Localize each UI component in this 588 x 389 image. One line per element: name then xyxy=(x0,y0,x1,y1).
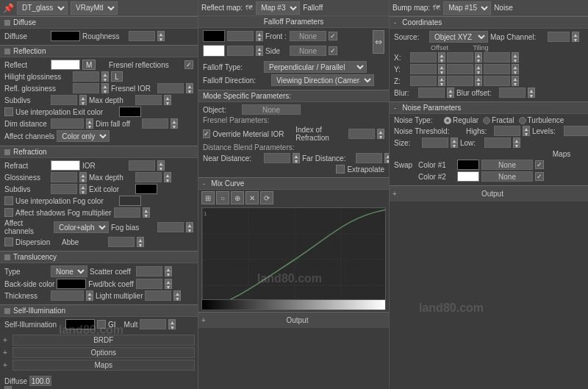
curve-tool-delete[interactable]: ✕ xyxy=(245,191,259,204)
far-dist-input[interactable]: 100.0m xyxy=(356,153,382,163)
fwdbck-input[interactable]: 0.0 xyxy=(136,279,162,289)
subdivs-rf-spin[interactable]: ▲▼ xyxy=(79,184,87,194)
y-offset[interactable]: 0.0 xyxy=(410,64,437,74)
highs-input[interactable]: 1.0 xyxy=(494,126,520,136)
brdf-btn[interactable]: BRDF xyxy=(12,335,196,346)
index-input[interactable]: 1.6 xyxy=(348,129,375,139)
fresnel-ior-input[interactable]: 1.6 xyxy=(157,83,184,93)
radio-fractal-btn[interactable] xyxy=(483,117,490,124)
low-input[interactable]: 1.0 xyxy=(484,138,511,148)
fog-mult-spin[interactable]: ▲▼ xyxy=(143,207,150,218)
curve-tool-2[interactable]: ○ xyxy=(216,191,229,204)
use-interp-rf-checkbox[interactable] xyxy=(4,196,13,205)
maxdepth-r-spin[interactable]: ▲▼ xyxy=(164,95,171,105)
x-offset[interactable]: 0.0 xyxy=(410,52,437,63)
falloff-dir-select[interactable]: Viewing Direction (Camera Z-Axis) xyxy=(271,74,374,86)
abbe-spin[interactable]: ▲▼ xyxy=(137,237,144,247)
color2-map-btn[interactable]: None xyxy=(481,171,533,182)
mult-spin[interactable]: ▲▼ xyxy=(168,319,176,329)
hilight-l-btn[interactable]: L xyxy=(111,71,123,82)
color1-check[interactable] xyxy=(535,160,544,169)
curve-tool-1[interactable]: ⊞ xyxy=(201,191,215,204)
x-tiling[interactable]: 1.0 xyxy=(447,52,473,63)
refl-gloss-spin[interactable]: ▲▼ xyxy=(101,83,109,93)
hilight-spin[interactable]: ▲▼ xyxy=(101,71,109,82)
radio-fractal[interactable]: Fractal xyxy=(483,116,514,124)
reflection-toggle[interactable] xyxy=(4,49,10,54)
abbe-input[interactable]: 50.0 xyxy=(108,237,135,247)
falloff-front-color[interactable] xyxy=(203,30,225,42)
exit-color-rf-swatch[interactable] xyxy=(135,184,157,194)
x-offset-spin[interactable]: ▲▼ xyxy=(438,52,445,63)
falloff-type-select[interactable]: Perpendicular / Parallel xyxy=(264,61,367,73)
color1-swatch[interactable] xyxy=(457,160,479,170)
map-diffuse-spin[interactable]: ▲▼ xyxy=(4,386,12,389)
right-map-select[interactable]: Map #15 xyxy=(443,1,491,15)
blur-offset-spin[interactable]: ▲▼ xyxy=(528,88,535,98)
falloff-side-color[interactable] xyxy=(203,45,225,57)
falloff-front-spin[interactable]: ▲▼ xyxy=(256,31,263,41)
levels-input[interactable]: 3.0 xyxy=(564,126,588,136)
reflect-m-btn[interactable]: M xyxy=(82,60,96,70)
subdivs-r-spin[interactable]: ▲▼ xyxy=(79,95,87,105)
map-ch-input[interactable]: 1 xyxy=(548,32,570,42)
options-btn[interactable]: Options xyxy=(12,347,196,358)
swap-colors-btn[interactable]: ⇔ xyxy=(373,30,384,54)
falloff-side-check[interactable] xyxy=(329,46,337,55)
z-offset[interactable]: 0.0 xyxy=(410,76,437,86)
falloff-side-map-btn[interactable]: None xyxy=(290,46,326,56)
selfillum-gi-checkbox[interactable] xyxy=(97,320,106,329)
y-offset-spin[interactable]: ▲▼ xyxy=(438,64,445,74)
mix-curve-area[interactable]: 0 1 xyxy=(201,207,386,310)
curve-tool-3[interactable]: ⊕ xyxy=(231,191,244,204)
size-input[interactable]: 1.0 xyxy=(422,138,448,148)
dim-fall-input[interactable]: 0.0 xyxy=(142,118,168,129)
low-spin[interactable]: ▲▼ xyxy=(513,138,520,148)
lightmult-spin[interactable]: ▲▼ xyxy=(173,290,181,301)
hilight-input[interactable]: 1.0 xyxy=(73,71,99,82)
refract-color-swatch[interactable] xyxy=(51,160,80,171)
falloff-front-check[interactable] xyxy=(329,32,337,40)
ior-spin[interactable]: ▲▼ xyxy=(157,160,165,171)
y-val3-spin[interactable]: ▲▼ xyxy=(512,64,519,74)
object-btn[interactable]: None xyxy=(242,104,301,115)
z-offset-spin[interactable]: ▲▼ xyxy=(438,76,445,86)
dispersion-checkbox[interactable] xyxy=(4,238,13,246)
map-diffuse-val[interactable] xyxy=(29,376,51,386)
roughness-input[interactable]: 0.0 xyxy=(129,31,155,41)
diffuse-color-swatch[interactable] xyxy=(51,31,80,41)
fog-mult-input[interactable]: 1.0 xyxy=(114,207,140,218)
dim-dist-input[interactable]: 100.0m xyxy=(51,118,84,129)
highs-spin[interactable]: ▲▼ xyxy=(523,126,530,136)
maxdepth-rf-input[interactable]: 5 xyxy=(135,172,162,182)
near-dist-input[interactable]: 0.0m xyxy=(264,153,290,163)
x-val3[interactable]: 0.0 xyxy=(484,52,510,63)
z-val3[interactable]: 0.0 xyxy=(484,76,510,86)
gloss-rf-input[interactable]: 1.0 xyxy=(51,172,77,182)
map-ch-spin[interactable]: ▲▼ xyxy=(572,32,579,42)
roughness-spin[interactable]: ▲▼ xyxy=(157,31,165,41)
dim-fall-spin[interactable]: ▲▼ xyxy=(171,118,178,129)
y-val3[interactable]: 0.0 xyxy=(484,64,510,74)
scatter-spin[interactable]: ▲▼ xyxy=(165,266,172,276)
renderer-select[interactable]: VRayMtl xyxy=(71,1,118,15)
falloff-side-val[interactable]: 100.0 xyxy=(227,46,254,56)
fog-bias-spin[interactable]: ▲▼ xyxy=(186,222,193,232)
falloff-front-map-btn[interactable]: None xyxy=(290,31,326,41)
falloff-side-spin[interactable]: ▲▼ xyxy=(256,46,263,56)
fresnel-checkbox[interactable] xyxy=(184,60,193,69)
radio-turbulence-btn[interactable] xyxy=(519,117,526,124)
near-dist-spin[interactable]: ▲▼ xyxy=(293,153,300,163)
radio-turbulence[interactable]: Turbulence xyxy=(519,116,564,124)
dim-dist-spin[interactable]: ▲▼ xyxy=(86,118,93,129)
radio-regular[interactable]: Regular xyxy=(444,116,478,124)
far-dist-spin[interactable]: ▲▼ xyxy=(384,153,390,163)
blur-input[interactable]: 1.0 xyxy=(418,88,445,98)
lightmult-input[interactable]: 1.0 xyxy=(145,290,171,301)
maxdepth-rf-spin[interactable]: ▲▼ xyxy=(164,172,171,182)
x-tiling-spin[interactable]: ▲▼ xyxy=(475,52,482,63)
type-select[interactable]: None xyxy=(51,265,87,277)
source-select[interactable]: Object XYZ xyxy=(429,31,488,43)
selfillum-toggle[interactable] xyxy=(4,308,10,314)
selfillum-color-swatch[interactable] xyxy=(65,319,95,329)
